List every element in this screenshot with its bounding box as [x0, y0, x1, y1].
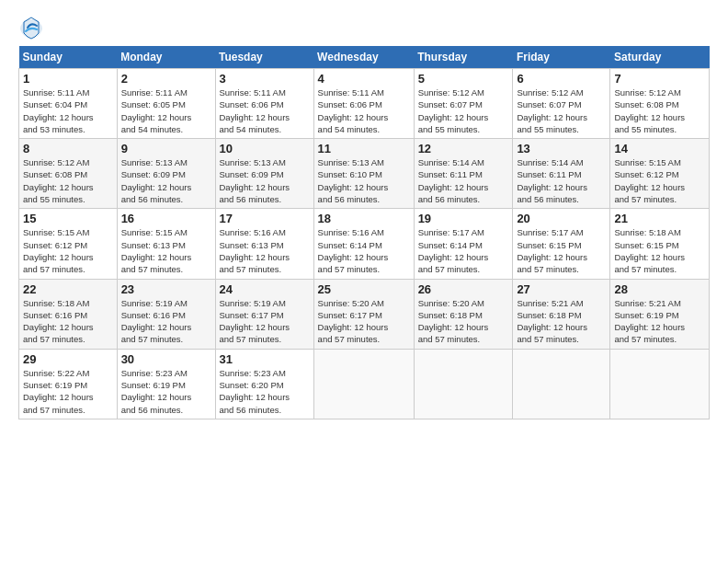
day-number: 4	[318, 72, 410, 86]
calendar-day-cell: 31Sunrise: 5:23 AM Sunset: 6:20 PM Dayli…	[215, 349, 313, 419]
calendar-day-cell: 23Sunrise: 5:19 AM Sunset: 6:16 PM Dayli…	[117, 279, 215, 349]
day-number: 3	[220, 72, 310, 86]
calendar-day-cell: 3Sunrise: 5:11 AM Sunset: 6:06 PM Daylig…	[215, 69, 313, 139]
page: SundayMondayTuesdayWednesdayThursdayFrid…	[0, 0, 728, 563]
day-number: 21	[614, 212, 705, 225]
day-info: Sunrise: 5:15 AM Sunset: 6:12 PM Dayligh…	[23, 226, 113, 275]
calendar-day-cell	[513, 349, 610, 419]
calendar-day-cell: 5Sunrise: 5:12 AM Sunset: 6:07 PM Daylig…	[414, 69, 513, 139]
day-info: Sunrise: 5:15 AM Sunset: 6:13 PM Dayligh…	[121, 226, 211, 275]
calendar-week-row: 22Sunrise: 5:18 AM Sunset: 6:16 PM Dayli…	[19, 279, 710, 349]
calendar-day-cell: 19Sunrise: 5:17 AM Sunset: 6:14 PM Dayli…	[414, 209, 513, 279]
logo-icon	[18, 15, 44, 40]
day-number: 18	[318, 212, 410, 225]
calendar-week-row: 15Sunrise: 5:15 AM Sunset: 6:12 PM Dayli…	[19, 209, 710, 279]
day-info: Sunrise: 5:17 AM Sunset: 6:15 PM Dayligh…	[517, 226, 606, 275]
calendar-header-cell: Tuesday	[215, 46, 313, 69]
day-number: 14	[614, 142, 705, 155]
day-number: 8	[23, 142, 113, 155]
day-number: 10	[220, 142, 310, 155]
day-info: Sunrise: 5:13 AM Sunset: 6:09 PM Dayligh…	[220, 156, 310, 205]
day-number: 5	[418, 72, 509, 86]
day-number: 6	[517, 72, 606, 86]
day-number: 9	[121, 142, 211, 155]
calendar-header-cell: Friday	[513, 46, 610, 69]
day-info: Sunrise: 5:16 AM Sunset: 6:14 PM Dayligh…	[318, 226, 410, 275]
day-number: 30	[121, 352, 211, 366]
day-number: 11	[318, 142, 410, 155]
day-info: Sunrise: 5:12 AM Sunset: 6:07 PM Dayligh…	[418, 86, 509, 135]
calendar-body: 1Sunrise: 5:11 AM Sunset: 6:04 PM Daylig…	[19, 69, 710, 419]
day-number: 31	[220, 352, 310, 366]
calendar-week-row: 1Sunrise: 5:11 AM Sunset: 6:04 PM Daylig…	[19, 69, 710, 139]
calendar-header-cell: Wednesday	[313, 46, 414, 69]
day-number: 2	[121, 72, 211, 86]
day-info: Sunrise: 5:20 AM Sunset: 6:18 PM Dayligh…	[418, 297, 509, 346]
calendar-day-cell: 18Sunrise: 5:16 AM Sunset: 6:14 PM Dayli…	[313, 209, 414, 279]
day-number: 28	[614, 282, 705, 296]
calendar-day-cell: 30Sunrise: 5:23 AM Sunset: 6:19 PM Dayli…	[117, 349, 215, 419]
day-number: 7	[614, 72, 705, 86]
calendar-day-cell: 13Sunrise: 5:14 AM Sunset: 6:11 PM Dayli…	[513, 139, 610, 209]
calendar-day-cell: 28Sunrise: 5:21 AM Sunset: 6:19 PM Dayli…	[610, 279, 710, 349]
day-number: 23	[121, 282, 211, 296]
day-info: Sunrise: 5:13 AM Sunset: 6:09 PM Dayligh…	[121, 156, 211, 205]
day-number: 25	[318, 282, 410, 296]
header	[18, 15, 710, 40]
day-number: 16	[121, 212, 211, 225]
calendar-week-row: 29Sunrise: 5:22 AM Sunset: 6:19 PM Dayli…	[19, 349, 710, 419]
calendar-day-cell	[414, 349, 513, 419]
day-info: Sunrise: 5:11 AM Sunset: 6:05 PM Dayligh…	[121, 86, 211, 135]
calendar-header-cell: Sunday	[19, 46, 118, 69]
day-number: 29	[23, 352, 113, 366]
calendar-day-cell: 15Sunrise: 5:15 AM Sunset: 6:12 PM Dayli…	[19, 209, 118, 279]
day-info: Sunrise: 5:21 AM Sunset: 6:19 PM Dayligh…	[614, 297, 705, 346]
day-info: Sunrise: 5:17 AM Sunset: 6:14 PM Dayligh…	[418, 226, 509, 275]
day-info: Sunrise: 5:12 AM Sunset: 6:07 PM Dayligh…	[517, 86, 606, 135]
calendar-table: SundayMondayTuesdayWednesdayThursdayFrid…	[18, 46, 710, 419]
calendar-week-row: 8Sunrise: 5:12 AM Sunset: 6:08 PM Daylig…	[19, 139, 710, 209]
day-number: 12	[418, 142, 509, 155]
day-number: 22	[23, 282, 113, 296]
day-info: Sunrise: 5:18 AM Sunset: 6:15 PM Dayligh…	[614, 226, 705, 275]
logo	[18, 15, 48, 40]
calendar-day-cell: 9Sunrise: 5:13 AM Sunset: 6:09 PM Daylig…	[117, 139, 215, 209]
day-info: Sunrise: 5:21 AM Sunset: 6:18 PM Dayligh…	[517, 297, 606, 346]
day-info: Sunrise: 5:12 AM Sunset: 6:08 PM Dayligh…	[614, 86, 705, 135]
day-info: Sunrise: 5:19 AM Sunset: 6:16 PM Dayligh…	[121, 297, 211, 346]
calendar-day-cell: 8Sunrise: 5:12 AM Sunset: 6:08 PM Daylig…	[19, 139, 118, 209]
calendar-day-cell: 26Sunrise: 5:20 AM Sunset: 6:18 PM Dayli…	[414, 279, 513, 349]
day-info: Sunrise: 5:20 AM Sunset: 6:17 PM Dayligh…	[318, 297, 410, 346]
calendar-day-cell	[610, 349, 710, 419]
day-number: 13	[517, 142, 606, 155]
day-info: Sunrise: 5:11 AM Sunset: 6:06 PM Dayligh…	[220, 86, 310, 135]
day-info: Sunrise: 5:23 AM Sunset: 6:20 PM Dayligh…	[220, 367, 310, 416]
day-number: 27	[517, 282, 606, 296]
day-info: Sunrise: 5:19 AM Sunset: 6:17 PM Dayligh…	[220, 297, 310, 346]
calendar-day-cell: 29Sunrise: 5:22 AM Sunset: 6:19 PM Dayli…	[19, 349, 118, 419]
day-number: 20	[517, 212, 606, 225]
calendar-header-row: SundayMondayTuesdayWednesdayThursdayFrid…	[19, 46, 710, 69]
calendar-day-cell: 14Sunrise: 5:15 AM Sunset: 6:12 PM Dayli…	[610, 139, 710, 209]
calendar-day-cell: 2Sunrise: 5:11 AM Sunset: 6:05 PM Daylig…	[117, 69, 215, 139]
calendar-day-cell: 7Sunrise: 5:12 AM Sunset: 6:08 PM Daylig…	[610, 69, 710, 139]
day-info: Sunrise: 5:14 AM Sunset: 6:11 PM Dayligh…	[517, 156, 606, 205]
day-info: Sunrise: 5:23 AM Sunset: 6:19 PM Dayligh…	[121, 367, 211, 416]
day-info: Sunrise: 5:11 AM Sunset: 6:04 PM Dayligh…	[23, 86, 113, 135]
calendar-day-cell: 20Sunrise: 5:17 AM Sunset: 6:15 PM Dayli…	[513, 209, 610, 279]
calendar-day-cell: 4Sunrise: 5:11 AM Sunset: 6:06 PM Daylig…	[313, 69, 414, 139]
day-number: 17	[220, 212, 310, 225]
day-number: 15	[23, 212, 113, 225]
calendar-day-cell: 12Sunrise: 5:14 AM Sunset: 6:11 PM Dayli…	[414, 139, 513, 209]
calendar-day-cell: 27Sunrise: 5:21 AM Sunset: 6:18 PM Dayli…	[513, 279, 610, 349]
calendar-day-cell: 22Sunrise: 5:18 AM Sunset: 6:16 PM Dayli…	[19, 279, 118, 349]
day-info: Sunrise: 5:18 AM Sunset: 6:16 PM Dayligh…	[23, 297, 113, 346]
day-info: Sunrise: 5:13 AM Sunset: 6:10 PM Dayligh…	[318, 156, 410, 205]
calendar-day-cell: 25Sunrise: 5:20 AM Sunset: 6:17 PM Dayli…	[313, 279, 414, 349]
calendar-day-cell: 24Sunrise: 5:19 AM Sunset: 6:17 PM Dayli…	[215, 279, 313, 349]
calendar-day-cell: 1Sunrise: 5:11 AM Sunset: 6:04 PM Daylig…	[19, 69, 118, 139]
calendar-day-cell: 16Sunrise: 5:15 AM Sunset: 6:13 PM Dayli…	[117, 209, 215, 279]
calendar-day-cell: 21Sunrise: 5:18 AM Sunset: 6:15 PM Dayli…	[610, 209, 710, 279]
calendar-day-cell: 6Sunrise: 5:12 AM Sunset: 6:07 PM Daylig…	[513, 69, 610, 139]
day-number: 24	[220, 282, 310, 296]
